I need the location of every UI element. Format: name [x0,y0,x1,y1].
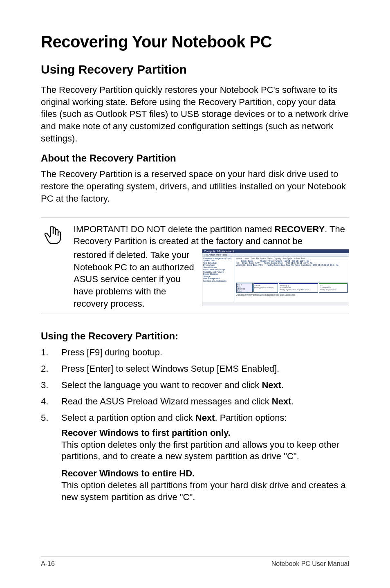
section-heading-using-recovery: Using Recovery Partition [41,63,349,76]
step-2: Press [Enter] to select Windows Setup [E… [41,362,349,375]
step-5-next: Next [195,413,215,423]
option1-text: This option deletes only the first parti… [61,439,349,462]
about-paragraph: The Recovery Partition is a reserved spa… [41,168,349,204]
screenshot-disk0: Disk 0 Basic 149.05 GB Online [236,283,253,293]
footer-page-number: A-16 [41,560,55,568]
step-3: Select the language you want to recover … [41,379,349,392]
page-footer: A-16 Notebook PC User Manual [41,557,349,568]
step-4c: . [291,396,294,406]
step-1-text: Press [F9] during bootup. [61,346,349,359]
screenshot-seg2: VistaOS (C:) 88.05 GB NTFS Healthy (Syst… [279,283,318,293]
step-5: Select a partition option and click Next… [41,411,349,424]
page-title: Recovering Your Notebook PC [41,33,349,51]
step-4a: Read the ASUS Preload Wizard messages an… [61,396,272,406]
important-callout: IMPORTANT! DO NOT delete the partition n… [41,217,349,314]
step-4-next: Next [272,396,291,406]
step-3c: . [281,380,284,390]
option2-text: This option deletes all partitions from … [61,480,349,503]
screenshot-menu-bar: File Action View Help [202,253,349,257]
screenshot-tree: Computer Management (Local) System Tools… [202,257,235,302]
step-5c: . Partition options: [215,413,287,423]
hand-icon [41,223,65,246]
screenshot-window-title: Computer Management [202,249,349,253]
step-1: Press [F9] during bootup. [41,346,349,359]
step-5a: Select a partition option and click [61,413,195,423]
important-text-upper: IMPORTANT! DO NOT delete the partition n… [74,223,349,247]
step-3-next: Next [262,380,281,390]
section-heading-about: About the Recovery Partition [41,153,349,164]
intro-paragraph: The Recovery Partition quickly restores … [41,84,349,144]
steps-list: Press [F9] during bootup. Press [Enter] … [41,346,349,424]
screenshot-seg3: (D:) 57.00 GB RAW Healthy (Logical Drive… [319,283,347,293]
screenshot-seg1: 4.00 GB Healthy (Primary Partition) [253,283,278,293]
disk-management-screenshot: Computer Management File Action View Hel… [202,249,349,306]
step-4: Read the ASUS Preload Wizard messages an… [41,395,349,408]
option2-heading: Recover Windows to entire HD. [61,468,349,479]
important-bold-recovery: RECOVERY [275,224,325,234]
section-heading-using-steps: Using the Recovery Partition: [41,330,349,342]
screenshot-vol-rows: Simple Basic Healthy (Primary Partition)… [236,260,348,266]
screenshot-main-pane: Volume Layout Type File System Status Ca… [235,257,349,302]
important-text-lower: restored if deleted. Take your Notebook … [74,249,196,310]
footer-manual-title: Notebook PC User Manual [271,560,349,568]
screenshot-legend: Unallocated Primary partition Extended p… [236,294,348,296]
option1-heading: Recover Windows to first partition only. [61,428,349,438]
step-3a: Select the language you want to recover … [61,380,262,390]
important-lead: IMPORTANT! DO NOT delete the partition n… [74,224,275,234]
step-2-text: Press [Enter] to select Windows Setup [E… [61,362,349,375]
